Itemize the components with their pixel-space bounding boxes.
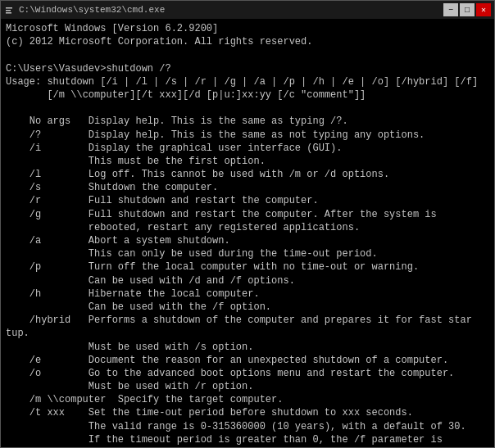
close-button[interactable]: ✕ [476,3,491,16]
cmd-icon [4,4,16,16]
minimize-button[interactable]: − [443,3,458,16]
title-bar-left: C:\Windows\system32\cmd.exe [4,4,165,16]
svg-rect-2 [6,10,11,11]
title-bar: C:\Windows\system32\cmd.exe − □ ✕ [1,1,494,19]
window-title: C:\Windows\system32\cmd.exe [19,5,165,15]
maximize-button[interactable]: □ [460,3,475,16]
svg-rect-1 [6,7,12,9]
console-output: Microsoft Windows [Version 6.2.9200] (c)… [1,19,494,447]
cmd-window: C:\Windows\system32\cmd.exe − □ ✕ Micros… [0,0,495,448]
console-text: Microsoft Windows [Version 6.2.9200] (c)… [6,22,489,447]
svg-rect-3 [6,12,11,14]
window-controls: − □ ✕ [443,3,491,16]
